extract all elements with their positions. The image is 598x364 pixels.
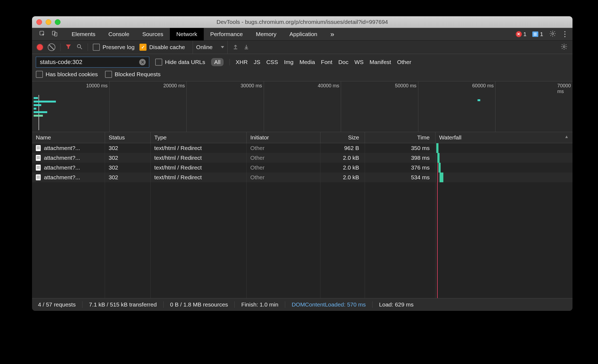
record-button[interactable] (37, 44, 43, 50)
col-header-type[interactable]: Type (150, 132, 246, 143)
table-row[interactable]: attachment?...302text/html / RedirectOth… (32, 153, 572, 163)
type-filter-ws[interactable]: WS (354, 59, 364, 65)
request-name: attachment?... (44, 174, 80, 181)
type-filter-js[interactable]: JS (254, 59, 260, 65)
throttling-value: Online (196, 44, 213, 50)
throttling-select[interactable]: Online (193, 41, 228, 54)
type-filter-font[interactable]: Font (321, 59, 332, 65)
type-filter-other[interactable]: Other (397, 59, 411, 65)
timeline-tick: 20000 ms (163, 83, 185, 89)
blocked-requests-toggle[interactable]: Blocked Requests (105, 71, 161, 78)
filter-bar: ✕ Hide data URLs AllXHRJSCSSImgMediaFont… (32, 54, 572, 81)
request-waterfall (435, 163, 572, 173)
upload-har-icon[interactable] (233, 44, 238, 51)
svg-point-3 (552, 33, 554, 34)
overview-bar (478, 99, 480, 101)
type-filter-doc[interactable]: Doc (338, 59, 348, 65)
table-body: attachment?...302text/html / RedirectOth… (32, 143, 572, 183)
type-filter-img[interactable]: Img (284, 59, 294, 65)
table-row[interactable]: attachment?...302text/html / RedirectOth… (32, 143, 572, 153)
col-header-size[interactable]: Size (320, 132, 365, 143)
request-initiator: Other (246, 153, 320, 163)
message-count: 1 (540, 31, 543, 37)
tab-performance[interactable]: Performance (204, 28, 249, 40)
request-time: 398 ms (365, 153, 435, 163)
tabs-overflow-button[interactable]: » (324, 28, 341, 40)
clear-filter-icon[interactable]: ✕ (139, 59, 146, 65)
checkbox-icon (139, 44, 147, 51)
settings-button[interactable] (549, 30, 556, 39)
timeline-tick: 60000 ms (472, 83, 494, 89)
disable-cache-toggle[interactable]: Disable cache (139, 44, 185, 51)
table-header-row: NameStatusTypeInitiatorSizeTimeWaterfall… (32, 132, 572, 143)
disable-cache-label: Disable cache (149, 44, 185, 50)
main-tabs: ElementsConsoleSourcesNetworkPerformance… (32, 28, 572, 41)
devtools-window: DevTools - bugs.chromium.org/p/chromium/… (32, 16, 572, 311)
device-toolbar-icon[interactable] (52, 30, 58, 38)
tab-sources[interactable]: Sources (136, 28, 170, 40)
request-status: 302 (105, 143, 150, 153)
col-header-waterfall[interactable]: Waterfall▲ (435, 132, 572, 143)
request-waterfall (435, 143, 572, 153)
table-row[interactable]: attachment?...302text/html / RedirectOth… (32, 163, 572, 173)
window-title: DevTools - bugs.chromium.org/p/chromium/… (32, 19, 572, 25)
tab-application[interactable]: Application (283, 28, 324, 40)
error-count-badge[interactable]: ✕ 1 (516, 31, 527, 37)
tab-memory[interactable]: Memory (249, 28, 283, 40)
col-header-initiator[interactable]: Initiator (246, 132, 320, 143)
request-type: text/html / Redirect (150, 163, 246, 173)
document-icon (36, 155, 41, 161)
type-filter-css[interactable]: CSS (266, 59, 278, 65)
filter-input-wrapper: ✕ (36, 57, 149, 68)
request-waterfall (435, 173, 572, 182)
status-bar: 4 / 57 requests 7.1 kB / 515 kB transfer… (32, 298, 572, 311)
sb-requests: 4 / 57 requests (38, 301, 82, 308)
timeline-tick: 40000 ms (318, 83, 339, 89)
filter-input[interactable] (39, 58, 139, 66)
chevron-down-icon (221, 46, 224, 48)
checkbox-icon (155, 59, 162, 66)
request-initiator: Other (246, 173, 320, 182)
request-name: attachment?... (44, 164, 80, 171)
table-row[interactable]: attachment?...302text/html / RedirectOth… (32, 173, 572, 182)
preserve-log-label: Preserve log (103, 44, 135, 50)
request-size: 2.0 kB (320, 163, 365, 173)
request-size: 2.0 kB (320, 153, 365, 163)
download-har-icon[interactable] (243, 44, 249, 51)
hide-data-urls-toggle[interactable]: Hide data URLs (155, 59, 205, 66)
tab-console[interactable]: Console (102, 28, 136, 40)
tab-network[interactable]: Network (170, 28, 204, 40)
col-header-status[interactable]: Status (105, 132, 150, 143)
sb-load: Load: 629 ms (373, 301, 420, 308)
message-icon (532, 31, 538, 37)
more-options-button[interactable] (562, 31, 568, 37)
request-time: 376 ms (365, 163, 435, 173)
has-blocked-cookies-toggle[interactable]: Has blocked cookies (36, 71, 98, 78)
type-filter-all[interactable]: All (211, 58, 223, 66)
type-filter-media[interactable]: Media (300, 59, 315, 65)
filter-toggle-icon[interactable] (65, 44, 71, 51)
network-toolbar: Preserve log Disable cache Online (32, 41, 572, 54)
request-size: 962 B (320, 143, 365, 153)
clear-button[interactable] (48, 43, 55, 51)
inspect-element-icon[interactable] (39, 30, 46, 38)
sb-finish: Finish: 1.0 min (235, 301, 285, 308)
col-header-name[interactable]: Name (32, 132, 105, 143)
type-filter-xhr[interactable]: XHR (236, 59, 248, 65)
request-waterfall (435, 153, 572, 163)
request-type: text/html / Redirect (150, 173, 246, 182)
request-initiator: Other (246, 163, 320, 173)
preserve-log-toggle[interactable]: Preserve log (93, 44, 135, 51)
col-header-time[interactable]: Time (365, 132, 435, 143)
document-icon (36, 174, 41, 180)
request-status: 302 (105, 163, 150, 173)
type-filter-manifest[interactable]: Manifest (370, 59, 391, 65)
svg-point-4 (77, 44, 81, 48)
tab-elements[interactable]: Elements (65, 28, 102, 40)
timeline-overview[interactable]: 10000 ms20000 ms30000 ms40000 ms50000 ms… (32, 81, 572, 132)
request-status: 302 (105, 173, 150, 182)
search-icon[interactable] (76, 43, 83, 51)
timeline-tick: 50000 ms (395, 83, 416, 89)
network-settings-button[interactable] (561, 43, 568, 52)
message-count-badge[interactable]: 1 (532, 31, 543, 37)
